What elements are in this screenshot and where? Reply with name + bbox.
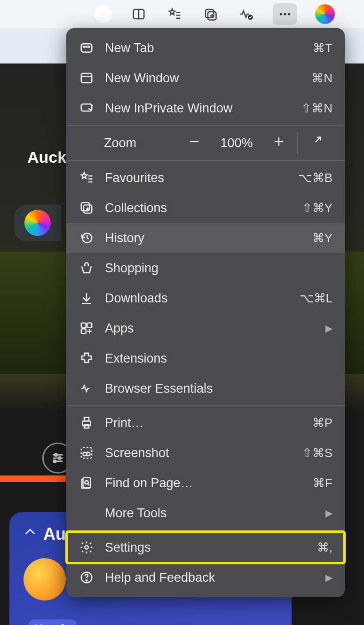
fullscreen-button[interactable] — [300, 135, 332, 151]
menu-item-shortcut: ⇧⌘N — [301, 101, 332, 116]
svg-rect-41 — [81, 329, 86, 333]
svg-point-55 — [86, 580, 87, 581]
menu-item-shortcut: ⌘F — [313, 476, 332, 491]
menu-item-help-and-feedback[interactable]: Help and Feedback▶ — [66, 562, 345, 593]
menu-item-new-window[interactable]: New Window⌘N — [66, 63, 345, 93]
menu-item-shortcut: ⌘Y — [312, 231, 332, 245]
new-tab-icon — [79, 40, 95, 56]
settings-icon — [79, 539, 95, 555]
shopping-icon — [79, 260, 95, 276]
history-icon — [79, 230, 95, 246]
menu-item-settings[interactable]: Settings⌘, — [66, 532, 345, 562]
svg-point-17 — [58, 457, 61, 459]
zoom-in-button[interactable] — [262, 135, 295, 151]
add-shortcut-label: Add shortcut — [0, 303, 66, 316]
menu-item-new-tab[interactable]: New Tab⌘T — [66, 33, 345, 63]
zoom-label: Zoom — [104, 136, 178, 150]
menu-item-label: Downloads — [105, 291, 289, 306]
menu-item-favourites[interactable]: Favourites⌥⌘B — [66, 163, 345, 193]
menu-item-label: History — [105, 231, 302, 245]
zoom-value: 100% — [211, 136, 262, 150]
essentials-icon — [79, 380, 95, 396]
more-menu-button[interactable] — [273, 3, 297, 25]
menu-item-shortcut: ⌘, — [317, 540, 332, 555]
menu-item-more-tools[interactable]: More Tools▶ — [66, 498, 345, 528]
menu-item-label: Screenshot — [105, 446, 292, 460]
menu-item-label: Collections — [105, 201, 292, 215]
menu-item-shortcut: ⌥⌘L — [300, 291, 332, 306]
menu-item-label: New Tab — [105, 41, 302, 55]
menu-item-new-inprivate-window[interactable]: New InPrivate Window⇧⌘N — [66, 93, 345, 123]
menu-item-apps[interactable]: Apps▶ — [66, 313, 345, 343]
menu-item-shopping[interactable]: Shopping — [66, 253, 345, 283]
accent-strip — [0, 475, 66, 482]
svg-point-16 — [55, 454, 57, 456]
favourites-list-icon[interactable] — [166, 5, 183, 23]
menu-item-label: Browser Essentials — [105, 381, 332, 396]
svg-rect-23 — [81, 73, 92, 83]
svg-point-11 — [284, 13, 286, 16]
svg-rect-50 — [83, 478, 91, 488]
zoom-out-button[interactable] — [178, 135, 211, 151]
menu-item-label: More Tools — [105, 506, 315, 521]
menu-item-label: New Window — [105, 71, 301, 86]
screenshot-icon — [79, 445, 95, 461]
menu-item-label: Find on Page… — [105, 476, 302, 491]
svg-rect-45 — [84, 418, 89, 421]
menu-item-find-on-page[interactable]: Find on Page…⌘F — [66, 468, 345, 498]
menu-item-history[interactable]: History⌘Y — [66, 223, 345, 253]
help-icon — [79, 570, 95, 585]
new-window-icon — [79, 70, 95, 86]
location-label: Auckl — [27, 148, 71, 166]
svg-point-18 — [54, 460, 56, 462]
menu-item-shortcut: ⇧⌘S — [302, 446, 332, 460]
main-menu: New Tab⌘TNew Window⌘NNew InPrivate Windo… — [66, 28, 345, 597]
menu-item-shortcut: ⌘T — [313, 41, 332, 55]
weather-sun-icon — [24, 558, 66, 601]
collections-icon[interactable] — [201, 5, 219, 23]
svg-rect-39 — [81, 323, 86, 328]
menu-item-collections[interactable]: Collections⇧⌘Y — [66, 193, 345, 223]
menu-item-shortcut: ⇧⌘Y — [302, 201, 332, 215]
menu-item-label: Extensions — [105, 351, 332, 366]
add-shortcut-tile[interactable]: ＋ — [14, 261, 52, 299]
menu-item-label: Help and Feedback — [105, 570, 315, 585]
copilot-icon[interactable] — [315, 4, 335, 24]
menu-item-label: New InPrivate Window — [105, 101, 291, 116]
chevron-right-icon: ▶ — [325, 507, 332, 519]
downloads-icon — [79, 290, 95, 306]
menu-item-label: Favourites — [105, 171, 288, 185]
hourly-chip[interactable]: Hourly — [28, 619, 77, 625]
menu-item-shortcut: ⌥⌘B — [298, 171, 332, 185]
apps-icon — [79, 320, 95, 336]
extensions-icon — [79, 350, 95, 366]
svg-point-10 — [280, 13, 282, 16]
menu-item-label: Apps — [105, 321, 315, 336]
star-icon[interactable] — [94, 5, 112, 23]
browser-essentials-icon[interactable] — [237, 5, 255, 23]
menu-item-label: Print… — [105, 416, 302, 430]
copilot-side-button[interactable] — [14, 205, 61, 241]
svg-point-53 — [85, 546, 88, 549]
chevron-right-icon: ▶ — [325, 572, 332, 583]
menu-item-label: Shopping — [105, 261, 332, 276]
zoom-row: Zoom 100% — [66, 127, 345, 158]
menu-item-label: Settings — [105, 540, 307, 555]
menu-item-print[interactable]: Print…⌘P — [66, 408, 345, 438]
svg-line-52 — [88, 483, 90, 485]
collections-icon — [79, 200, 95, 216]
menu-item-screenshot[interactable]: Screenshot⇧⌘S — [66, 438, 345, 468]
menu-item-browser-essentials[interactable]: Browser Essentials — [66, 373, 345, 403]
svg-point-12 — [288, 13, 290, 16]
svg-rect-40 — [87, 323, 92, 328]
menu-item-shortcut: ⌘N — [311, 71, 332, 86]
menu-item-extensions[interactable]: Extensions — [66, 343, 345, 373]
more-tools-icon — [79, 505, 95, 521]
browser-toolbar — [0, 0, 364, 28]
chevron-right-icon: ▶ — [325, 323, 332, 334]
menu-item-downloads[interactable]: Downloads⌥⌘L — [66, 283, 345, 313]
print-icon — [79, 415, 95, 431]
favourites-icon — [79, 170, 95, 186]
split-screen-icon[interactable] — [130, 5, 148, 23]
svg-point-20 — [84, 46, 85, 47]
